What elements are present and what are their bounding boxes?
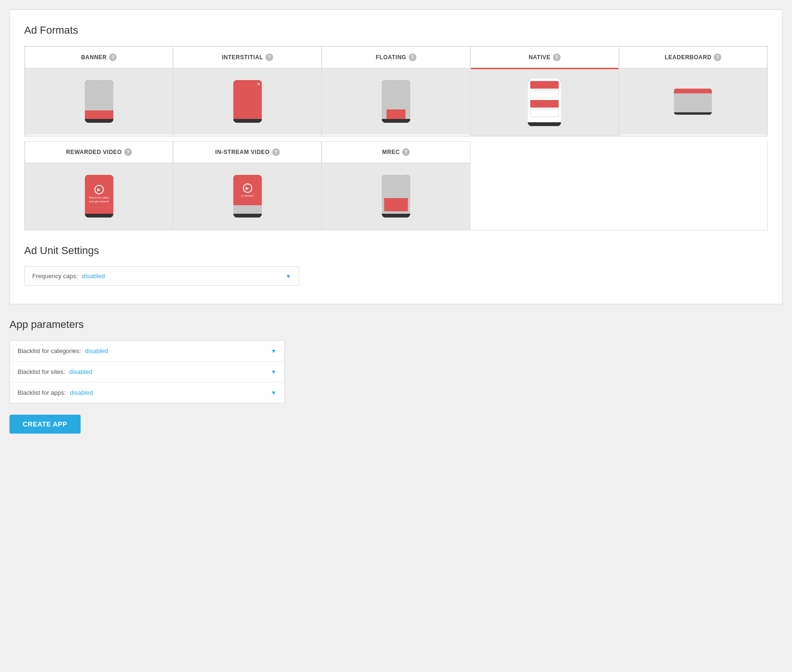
ad-format-empty-4: [470, 141, 619, 230]
rewarded-preview: ▶ Watch the videoand get reward!: [25, 163, 173, 229]
floating-screen: [382, 80, 410, 119]
native-phone: [528, 79, 561, 126]
native-stripe-1: [530, 81, 559, 89]
mrec-preview: [322, 163, 470, 229]
banner-screen: [85, 80, 113, 110]
ad-format-mrec[interactable]: MREC ?: [322, 141, 470, 230]
floating-home: [382, 119, 410, 123]
native-help-icon[interactable]: ?: [553, 54, 561, 61]
leaderboard-help-icon[interactable]: ?: [714, 54, 721, 61]
banner-home: [85, 119, 113, 123]
native-home: [528, 122, 561, 126]
rewarded-help-icon[interactable]: ?: [124, 148, 132, 156]
ad-format-interstitial[interactable]: INTERSTITIAL ? ✕: [173, 46, 322, 136]
leaderboard-home: [674, 112, 712, 115]
blacklist-apps-row[interactable]: Blacklist for apps: disabled ▼: [10, 382, 284, 403]
interstitial-help-icon[interactable]: ?: [266, 54, 273, 61]
floating-phone: [382, 80, 410, 123]
banner-preview: [25, 68, 173, 135]
banner-phone: [85, 80, 113, 123]
frequency-caps-chevron-icon: ▼: [285, 273, 291, 280]
blacklist-sites-value: disabled: [69, 368, 92, 375]
banner-bar: [85, 110, 113, 119]
interstitial-home: [233, 119, 262, 123]
blacklist-sites-row[interactable]: Blacklist for sites: disabled ▼: [10, 362, 284, 382]
rewarded-home: [85, 214, 113, 218]
instream-preview: ▶ In-Stream: [174, 163, 321, 229]
app-parameters-section: App parameters Blacklist for categories:…: [9, 318, 783, 403]
ad-format-instream-video[interactable]: IN-STREAM VIDEO ? ▶ In-Stream: [173, 141, 322, 230]
leaderboard-top-bar: [674, 89, 712, 93]
mrec-home: [382, 214, 410, 218]
leaderboard-phone: [674, 89, 712, 115]
app-parameters-title: App parameters: [9, 318, 783, 331]
ad-unit-settings-section: Ad Unit Settings Frequency caps: disable…: [24, 245, 768, 286]
ad-format-floating-header: FLOATING ?: [322, 47, 470, 68]
instream-home: [233, 214, 262, 218]
blacklist-categories-value: disabled: [85, 347, 108, 354]
native-screen: [528, 79, 561, 122]
mrec-screen: [382, 175, 410, 214]
frequency-caps-label: Frequency caps: disabled: [32, 272, 105, 280]
interstitial-preview: ✕: [174, 68, 321, 135]
ad-format-leaderboard[interactable]: LEADERBOARD ?: [619, 46, 767, 136]
ad-format-rewarded-header: REWARDED VIDEO ?: [25, 142, 173, 163]
instream-gray: [233, 205, 262, 214]
floating-help-icon[interactable]: ?: [409, 54, 416, 61]
blacklist-categories-row[interactable]: Blacklist for categories: disabled ▼: [10, 341, 284, 362]
blacklist-sites-chevron-icon: ▼: [271, 369, 276, 375]
ad-format-instream-header: IN-STREAM VIDEO ?: [174, 142, 321, 163]
rewarded-screen: ▶ Watch the videoand get reward!: [85, 175, 113, 214]
ad-format-banner-header: BANNER ?: [25, 47, 173, 68]
floating-ad: [387, 109, 405, 119]
app-parameters-card: Blacklist for categories: disabled ▼ Bla…: [9, 340, 285, 403]
ad-format-leaderboard-header: LEADERBOARD ?: [619, 47, 767, 68]
blacklist-apps-label: Blacklist for apps: disabled: [18, 389, 93, 396]
interstitial-screen: ✕: [233, 80, 262, 119]
create-app-button[interactable]: CREATE APP: [9, 415, 81, 434]
blacklist-categories-label: Blacklist for categories: disabled: [18, 347, 108, 354]
ad-format-empty-5: [619, 141, 767, 230]
blacklist-apps-chevron-icon: ▼: [271, 390, 276, 396]
banner-help-icon[interactable]: ?: [109, 54, 117, 61]
rewarded-phone: ▶ Watch the videoand get reward!: [85, 175, 113, 218]
leaderboard-screen: [674, 93, 712, 112]
instream-screen: ▶ In-Stream: [233, 175, 262, 205]
frequency-caps-dropdown[interactable]: Frequency caps: disabled ▼: [24, 266, 299, 286]
ad-format-interstitial-header: INTERSTITIAL ?: [174, 47, 321, 68]
blacklist-sites-label: Blacklist for sites: disabled: [18, 368, 92, 375]
blacklist-apps-value: disabled: [70, 389, 93, 396]
ad-formats-row1: BANNER ? INTERSTITIAL ? ✕: [24, 46, 768, 136]
close-icon: ✕: [257, 82, 260, 87]
native-preview: [471, 69, 618, 136]
mrec-phone: [382, 175, 410, 218]
instream-play-icon: ▶: [243, 183, 252, 193]
instream-help-icon[interactable]: ?: [272, 148, 280, 156]
mrec-help-icon[interactable]: ?: [402, 148, 410, 156]
frequency-caps-value: disabled: [82, 272, 105, 280]
native-stripe-3: [530, 100, 559, 108]
native-stripe-2: [530, 91, 559, 98]
rewarded-play-icon: ▶: [94, 185, 104, 194]
ad-format-native[interactable]: NATIVE ?: [470, 46, 619, 136]
ad-format-rewarded-video[interactable]: REWARDED VIDEO ? ▶ Watch the videoand ge…: [25, 141, 173, 230]
ad-formats-card: Ad Formats BANNER ? INTERSTITIAL ?: [9, 9, 783, 304]
ad-unit-settings-title: Ad Unit Settings: [24, 245, 768, 257]
mrec-ad: [384, 198, 408, 211]
ad-format-native-header: NATIVE ?: [471, 47, 618, 69]
floating-preview: [322, 68, 470, 135]
interstitial-phone: ✕: [233, 80, 262, 123]
ad-formats-row2: REWARDED VIDEO ? ▶ Watch the videoand ge…: [24, 141, 768, 230]
leaderboard-preview: [619, 68, 767, 135]
ad-format-banner[interactable]: BANNER ?: [25, 46, 173, 136]
ad-format-floating[interactable]: FLOATING ?: [322, 46, 470, 136]
ad-formats-title: Ad Formats: [24, 24, 768, 36]
ad-format-mrec-header: MREC ?: [322, 142, 470, 163]
instream-phone: ▶ In-Stream: [233, 175, 262, 218]
native-stripe-4: [530, 109, 559, 117]
blacklist-categories-chevron-icon: ▼: [271, 348, 276, 354]
